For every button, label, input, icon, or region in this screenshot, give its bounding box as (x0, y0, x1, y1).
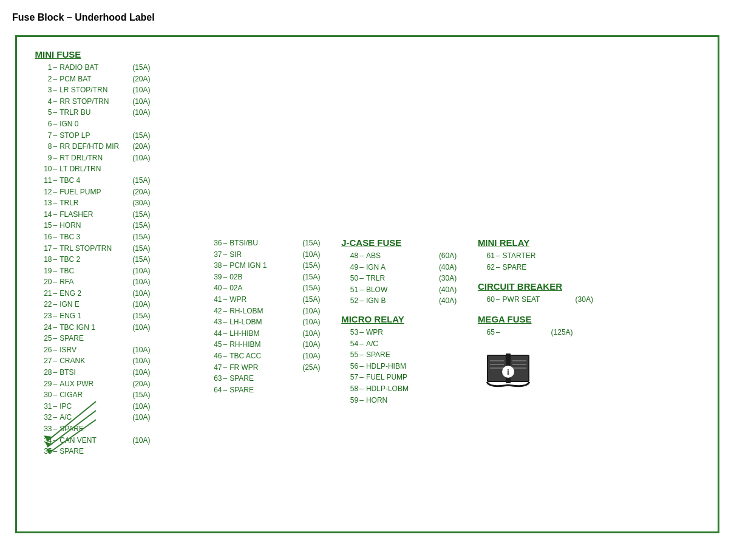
fuse-row: 60 – PWR SEAT(30A) (478, 294, 602, 306)
fuse-row: 42 – RH-LOBM(10A) (205, 306, 330, 317)
fuse-row: 6 – IGN 0 (35, 118, 193, 130)
micro-relay-heading: MICRO RELAY (341, 314, 466, 324)
fuse-row: 8 – RR DEF/HTD MIR(20A) (35, 141, 193, 152)
fuse-row: 56 – HDLP-HIBM (341, 361, 466, 372)
fuse-row: 63 – SPARE (205, 373, 330, 384)
svg-line-15 (47, 411, 96, 447)
fuse-row: 12 – FUEL PUMP(20A) (35, 186, 193, 198)
mini-relay-heading: MINI RELAY (478, 237, 602, 248)
fuse-row: 20 – RFA(10A) (35, 276, 193, 288)
fuse-row: 48 – ABS(60A) (341, 250, 466, 262)
fuse-row: 11 – TBC 4(15A) (35, 175, 193, 186)
fuse-block-container: MINI FUSE 1 – RADIO BAT(15A)2 – PCM BAT(… (15, 35, 719, 533)
fuse-row: 61 – STARTER (478, 250, 602, 262)
fuse-row: 7 – STOP LP(15A) (35, 130, 193, 142)
mini-fuse-heading: MINI FUSE (35, 49, 193, 60)
svg-marker-18 (46, 448, 54, 453)
fuse-row: 45 – RH-HIBM(10A) (205, 339, 330, 350)
svg-line-13 (47, 401, 96, 441)
fuse-row: 38 – PCM IGN 1(15A) (205, 260, 330, 271)
fuse-row: 51 – BLOW(40A) (341, 284, 466, 296)
fuse-row: 19 – TBC(10A) (35, 265, 193, 277)
fuse-row: 24 – TBC IGN 1(10A) (35, 322, 193, 333)
svg-text:i: i (507, 368, 509, 377)
fuse-row: 40 – 02A(15A) (205, 282, 330, 294)
circuit-breaker-heading: CIRCUIT BREAKER (478, 281, 602, 292)
fuse-row: 1 – RADIO BAT(15A) (35, 62, 193, 73)
fuse-row: 64 – SPARE (205, 384, 330, 396)
fuse-row: 2 – PCM BAT(20A) (35, 73, 193, 85)
fuse-row: 3 – LR STOP/TRN(10A) (35, 84, 193, 96)
page-title: Fuse Block – Underhood Label (12, 12, 722, 23)
fuse-row: 17 – TRL STOP/TRN(15A) (35, 243, 193, 254)
fuse-row: 59 – HORN (341, 395, 466, 406)
mega-fuse-heading: MEGA FUSE (478, 314, 602, 324)
fuse-row: 29 – AUX PWR(20A) (35, 378, 193, 390)
fuse-row: 50 – TRLR(30A) (341, 273, 466, 284)
fuse-row: 39 – 02B(15A) (205, 271, 330, 283)
fuse-row: 9 – RT DRL/TRN(10A) (35, 152, 193, 164)
fuse-row: 57 – FUEL PUMP (341, 372, 466, 383)
svg-line-17 (49, 420, 96, 453)
fuse-row: 41 – WPR(15A) (205, 294, 330, 306)
fuse-row: 14 – FLASHER(15A) (35, 209, 193, 220)
jcase-fuse-heading: J-CASE FUSE (341, 237, 466, 248)
fuse-row: 49 – IGN A(40A) (341, 262, 466, 273)
fuse-row: 4 – RR STOP/TRN(10A) (35, 96, 193, 108)
fuse-row: 22 – IGN E(10A) (35, 299, 193, 310)
fuse-row: 44 – LH-HIBM(10A) (205, 328, 330, 340)
book-icon: i (484, 349, 602, 394)
fuse-row: 54 – A/C (341, 338, 466, 350)
fuse-row: 46 – TBC ACC(10A) (205, 350, 330, 362)
fuse-row: 37 – SIR(10A) (205, 249, 330, 261)
fuse-row: 21 – ENG 2(10A) (35, 288, 193, 299)
fuse-row: 53 – WPR (341, 327, 466, 338)
fuse-row: 55 – SPARE (341, 349, 466, 361)
mini-relay-col: MINI RELAY 61 – STARTER62 – SPARE CIRCUI… (478, 237, 602, 394)
fuse-row: 43 – LH-LOBM(10A) (205, 316, 330, 328)
fuse-row: 25 – SPARE (35, 333, 193, 344)
fuse-row: 36 – BTSI/BU(15A) (205, 237, 330, 249)
fuse-row: 16 – TBC 3(15A) (35, 231, 193, 243)
fuse-row: 5 – TRLR BU(10A) (35, 107, 193, 118)
fuse-row: 18 – TBC 2(15A) (35, 254, 193, 265)
fuse-row: 62 – SPARE (478, 262, 602, 273)
fuse-row: 52 – IGN B(40A) (341, 295, 466, 307)
fuse-row: 13 – TRLR(30A) (35, 197, 193, 209)
fuse-row: 10 – LT DRL/TRN (35, 163, 193, 175)
fuse-row: 58 – HDLP-LOBM (341, 383, 466, 395)
fuse-row: 47 – FR WPR(25A) (205, 362, 330, 374)
fuse-row: 23 – ENG 1(15A) (35, 310, 193, 322)
fuse-row: 65 – (125A) (478, 327, 602, 338)
fuse-row: 26 – ISRV(10A) (35, 344, 193, 356)
fuse-row: 28 – BTSI(10A) (35, 367, 193, 378)
jcase-micro-col: J-CASE FUSE 48 – ABS(60A)49 – IGN A(40A)… (341, 237, 466, 406)
fuse-row: 27 – CRANK(10A) (35, 355, 193, 367)
mini-fuse-col2: 36 – BTSI/BU(15A)37 – SIR(10A)38 – PCM I… (205, 237, 330, 395)
fuse-row: 15 – HORN(15A) (35, 220, 193, 231)
